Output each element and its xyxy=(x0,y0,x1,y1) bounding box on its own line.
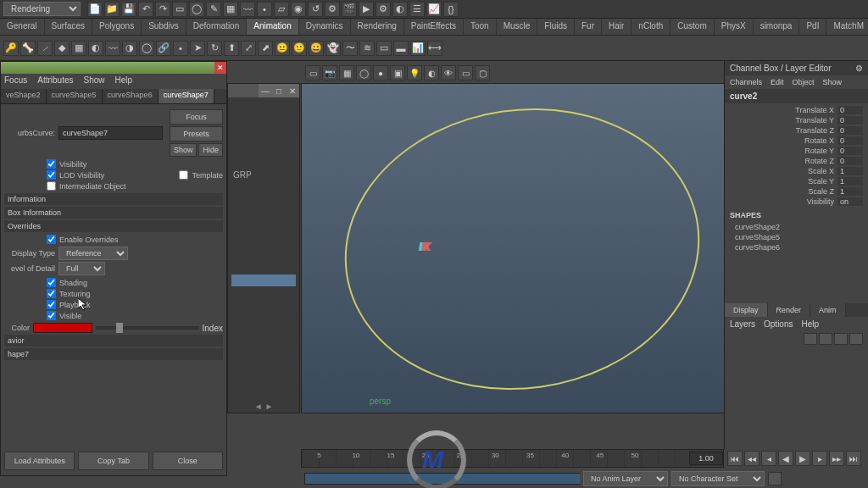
shelf-tab-simonpa[interactable]: simonpa xyxy=(754,19,800,35)
shelf-tab-muscle[interactable]: Muscle xyxy=(497,19,538,35)
paint-icon[interactable]: ✎ xyxy=(206,2,221,17)
snap-grid-icon[interactable]: ▦ xyxy=(223,2,238,17)
vp-select-icon[interactable]: ▭ xyxy=(305,65,320,80)
template-check[interactable] xyxy=(179,170,188,180)
info-section[interactable]: Information xyxy=(4,193,223,205)
shelf-point-icon[interactable]: • xyxy=(173,41,188,56)
shelf-tab-rendering[interactable]: Rendering xyxy=(351,19,404,35)
close-button[interactable]: Close xyxy=(153,452,223,470)
snap-plane-icon[interactable]: ▱ xyxy=(274,2,289,17)
timeline-current-frame[interactable] xyxy=(689,452,723,465)
cb-attr-row[interactable]: Rotate Y0 xyxy=(730,146,863,156)
shape-item[interactable]: curveShape5 xyxy=(725,232,868,242)
lasso-icon[interactable]: ◯ xyxy=(189,2,204,17)
attr-value[interactable]: 0 xyxy=(837,126,863,135)
autokey-icon[interactable] xyxy=(768,472,782,485)
attr-value[interactable]: on xyxy=(837,197,863,206)
step-fwd-button[interactable]: ▸▸ xyxy=(829,451,844,466)
ae-tab-shape7[interactable]: curveShape7 xyxy=(159,89,214,103)
render-settings-icon[interactable]: ⚙ xyxy=(376,2,391,17)
outliner-scroll-icon[interactable]: ◄ ► xyxy=(254,402,274,411)
vp-resolution-icon[interactable]: ▭ xyxy=(458,65,473,80)
outliner-icon[interactable]: ☰ xyxy=(409,2,425,17)
cb-menu-channels[interactable]: Channels xyxy=(730,78,762,86)
shelf-lattice-icon[interactable]: ▦ xyxy=(71,41,86,56)
shelf-face2-icon[interactable]: 🙂 xyxy=(292,41,307,56)
attr-value[interactable]: 0 xyxy=(837,106,863,114)
snap-curve-icon[interactable]: 〰 xyxy=(240,2,255,17)
vp-textured-icon[interactable]: ▣ xyxy=(390,65,405,80)
render-icon[interactable]: 🎬 xyxy=(342,2,357,17)
attr-value[interactable]: 0 xyxy=(837,136,863,145)
attr-value[interactable]: 1 xyxy=(837,187,863,196)
shelf-tab-general[interactable]: General xyxy=(0,19,45,35)
ipr-icon[interactable]: ▶ xyxy=(359,2,374,17)
cb-attr-row[interactable]: Translate Y0 xyxy=(730,115,863,125)
intermediate-check[interactable] xyxy=(47,181,56,191)
focus-button[interactable]: Focus xyxy=(170,109,223,125)
ae-menu-show[interactable]: Show xyxy=(83,75,104,87)
shelf-face3-icon[interactable]: 😀 xyxy=(309,41,324,56)
behavior-section[interactable]: avior xyxy=(4,335,223,347)
ae-menu-help[interactable]: Help xyxy=(115,75,133,87)
cb-menu-icon[interactable]: ⚙ xyxy=(855,64,863,73)
layer-tab-anim[interactable]: Anim xyxy=(810,303,846,317)
attr-value[interactable]: 1 xyxy=(837,167,863,175)
vp-xray-icon[interactable]: ◐ xyxy=(424,65,439,80)
cb-menu-object[interactable]: Object xyxy=(793,78,815,86)
bbox-section[interactable]: Box Information xyxy=(4,207,223,219)
ae-menu-focus[interactable]: Focus xyxy=(4,75,27,87)
shelf-tab-ncloth[interactable]: nCloth xyxy=(632,19,670,35)
vp-wireframe-icon[interactable]: ◯ xyxy=(356,65,371,80)
shelf-tab-subdivs[interactable]: Subdivs xyxy=(142,19,186,35)
color-swatch[interactable] xyxy=(33,323,92,333)
play-button[interactable]: ▶ xyxy=(795,451,810,466)
attr-value[interactable]: 0 xyxy=(837,157,863,165)
slider-thumb[interactable] xyxy=(116,323,123,333)
character-set-select[interactable]: No Character Set xyxy=(671,471,765,486)
shelf-parent-icon[interactable]: ⬆ xyxy=(224,41,239,56)
cb-menu-edit[interactable]: Edit xyxy=(771,78,784,86)
layer-menu-layers[interactable]: Layers xyxy=(730,319,755,329)
graph-icon[interactable]: 📈 xyxy=(426,2,442,17)
outliner-item[interactable]: GRP xyxy=(231,169,296,181)
shelf-conn-icon[interactable]: ⟷ xyxy=(427,41,442,56)
vp-isolate-icon[interactable]: 👁 xyxy=(441,65,456,80)
minimize-icon[interactable]: — xyxy=(259,84,272,97)
vp-camera-icon[interactable]: 📷 xyxy=(322,65,337,80)
shelf-tab-animation[interactable]: Animation xyxy=(247,19,298,35)
shape-item[interactable]: curveShape2 xyxy=(725,222,868,232)
shading-check[interactable] xyxy=(47,278,56,287)
shelf-tab-painteffects[interactable]: PaintEffects xyxy=(404,19,464,35)
shelf-sculpt-icon[interactable]: ◐ xyxy=(88,41,103,56)
shelf-tab-dynamics[interactable]: Dynamics xyxy=(299,19,351,35)
save-icon[interactable]: 💾 xyxy=(121,2,136,17)
show-button[interactable]: Show xyxy=(170,143,198,157)
shelf-tab-physx[interactable]: PhysX xyxy=(715,19,754,35)
shelf-ik-icon[interactable]: ⟋ xyxy=(37,41,53,56)
shelf-ghost-icon[interactable]: 👻 xyxy=(326,41,341,56)
layer-tab-render[interactable]: Render xyxy=(768,303,811,317)
shelf-tab-custom[interactable]: Custom xyxy=(670,19,714,35)
copy-tab-button[interactable]: Copy Tab xyxy=(78,452,148,470)
maximize-icon[interactable]: □ xyxy=(272,84,286,97)
shelf-tab-matchm[interactable]: MatchM xyxy=(826,19,868,35)
timeline-ruler[interactable]: 5101520253035404550 xyxy=(302,450,689,467)
node-name-input[interactable] xyxy=(58,126,163,140)
ae-tab-shape6[interactable]: curveShape6 xyxy=(103,89,159,103)
anim-layer-select[interactable]: No Anim Layer xyxy=(583,471,668,486)
new-icon[interactable]: 📄 xyxy=(87,2,103,17)
texturing-check[interactable] xyxy=(47,289,56,298)
cb-attr-row[interactable]: Scale X1 xyxy=(730,166,863,176)
ae-tab-shape5[interactable]: curveShape5 xyxy=(47,89,103,103)
key-back-button[interactable]: ◂ xyxy=(761,451,776,466)
shelf-graph2-icon[interactable]: 📊 xyxy=(410,41,426,56)
ae-tab-shape2[interactable]: veShape2 xyxy=(1,89,47,103)
shelf-tab-deformation[interactable]: Deformation xyxy=(186,19,247,35)
cb-attr-row[interactable]: Scale Z1 xyxy=(730,186,863,197)
color-slider[interactable] xyxy=(96,326,199,330)
shelf-scale-icon[interactable]: ⤢ xyxy=(241,41,256,56)
redo-icon[interactable]: ↷ xyxy=(155,2,170,17)
layer-menu-help[interactable]: Help xyxy=(801,319,819,329)
open-icon[interactable]: 📁 xyxy=(104,2,120,17)
